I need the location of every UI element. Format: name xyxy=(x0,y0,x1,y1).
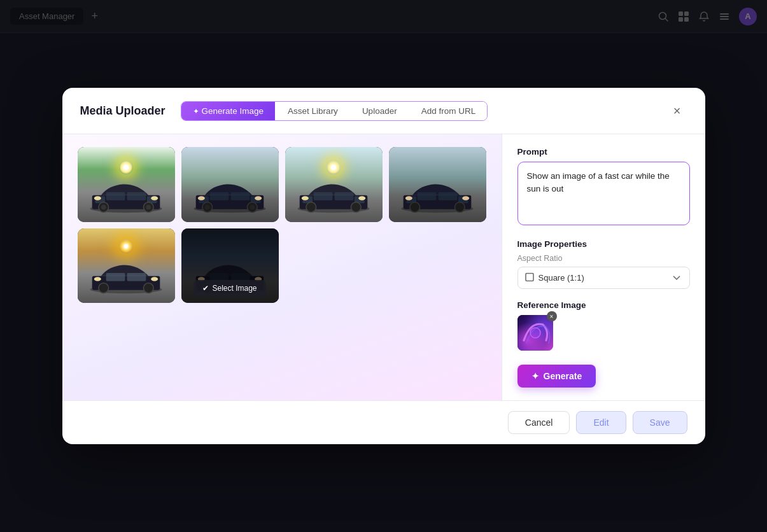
image-grid: ✔ Select Image xyxy=(78,147,486,303)
modal-title: Media Uploader xyxy=(80,104,165,118)
prompt-section: Prompt Show an image of a fast car while… xyxy=(517,147,690,228)
image-grid-panel: ✔ Select Image xyxy=(62,134,502,400)
image-select-overlay-6[interactable]: ✔ Select Image xyxy=(181,228,279,304)
check-icon-6: ✔ xyxy=(202,284,209,293)
check-icon-2: ✔ xyxy=(202,203,209,212)
modal-overlay: Media Uploader ✦Generate Image Asset Lib… xyxy=(0,0,767,532)
select-image-button-6[interactable]: ✔ Select Image xyxy=(194,280,265,297)
check-icon-1: ✔ xyxy=(99,203,105,212)
aspect-ratio-label: Aspect Ratio xyxy=(517,254,690,263)
generate-btn-label: Generate xyxy=(544,371,582,381)
tab-generate-image[interactable]: ✦Generate Image xyxy=(181,102,276,120)
generate-button[interactable]: ✦ Generate xyxy=(517,365,596,388)
select-image-label-1: Select Image xyxy=(108,203,153,212)
image-properties-title: Image Properties xyxy=(517,239,690,249)
prompt-panel: Prompt Show an image of a fast car while… xyxy=(502,134,705,400)
spark-icon: ✦ xyxy=(193,107,199,116)
select-image-label-3: Select Image xyxy=(316,203,360,212)
save-button[interactable]: Save xyxy=(633,411,687,434)
tab-add-from-url[interactable]: Add from URL xyxy=(410,102,488,120)
close-button[interactable]: × xyxy=(667,101,687,121)
image-properties-section: Image Properties Aspect Ratio Square (1:… xyxy=(517,239,690,289)
remove-reference-image-button[interactable]: × xyxy=(547,311,557,321)
reference-image-title: Reference Image xyxy=(517,300,690,310)
modal-header: Media Uploader ✦Generate Image Asset Lib… xyxy=(62,88,705,134)
aspect-ratio-select[interactable]: Square (1:1) Landscape (16:9) Portrait (… xyxy=(517,267,690,289)
prompt-textarea[interactable]: Show an image of a fast car while the su… xyxy=(517,162,690,225)
modal-footer: Cancel Edit Save xyxy=(62,400,705,444)
modal-body: ✔ Select Image xyxy=(62,134,705,400)
generated-image-3[interactable]: ✔ Select Image xyxy=(285,147,383,222)
asset-library-tab-label: Asset Library xyxy=(288,106,338,116)
select-image-label-6: Select Image xyxy=(212,284,257,293)
select-image-label-5: Select Image xyxy=(108,284,153,293)
generated-image-6[interactable]: ✔ Select Image xyxy=(181,228,279,304)
select-image-label-2: Select Image xyxy=(212,203,257,212)
generated-image-2[interactable]: ✔ Select Image xyxy=(181,147,279,222)
modal-tab-bar: ✦Generate Image Asset Library Uploader A… xyxy=(181,101,488,121)
select-image-label-4: Select Image xyxy=(419,203,464,212)
reference-image-section: Reference Image × xyxy=(517,300,690,353)
generate-spark-icon: ✦ xyxy=(531,371,539,381)
generated-image-5[interactable]: ✔ Select Image xyxy=(78,228,175,304)
tab-uploader[interactable]: Uploader xyxy=(351,102,409,120)
select-image-button-4[interactable]: ✔ Select Image xyxy=(401,199,473,216)
svg-point-70 xyxy=(530,328,540,338)
generate-tab-label: Generate Image xyxy=(202,106,264,116)
tab-asset-library[interactable]: Asset Library xyxy=(276,102,349,120)
select-image-button-3[interactable]: ✔ Select Image xyxy=(297,199,369,216)
cancel-button[interactable]: Cancel xyxy=(508,411,570,434)
prompt-section-title: Prompt xyxy=(517,147,690,157)
reference-image xyxy=(517,315,553,351)
add-from-url-tab-label: Add from URL xyxy=(421,106,476,116)
media-uploader-modal: Media Uploader ✦Generate Image Asset Lib… xyxy=(62,88,705,444)
edit-button[interactable]: Edit xyxy=(576,411,626,434)
uploader-tab-label: Uploader xyxy=(362,106,397,116)
select-image-button-2[interactable]: ✔ Select Image xyxy=(194,199,265,216)
reference-image-wrapper: × xyxy=(517,315,553,351)
generated-image-4[interactable]: ✔ Select Image xyxy=(389,147,486,222)
ref-image-arc-svg xyxy=(517,315,553,351)
generated-image-1[interactable]: ✔ Select Image xyxy=(78,147,175,222)
select-image-button-5[interactable]: ✔ Select Image xyxy=(90,280,162,297)
select-image-button-1[interactable]: ✔ Select Image xyxy=(90,199,162,216)
